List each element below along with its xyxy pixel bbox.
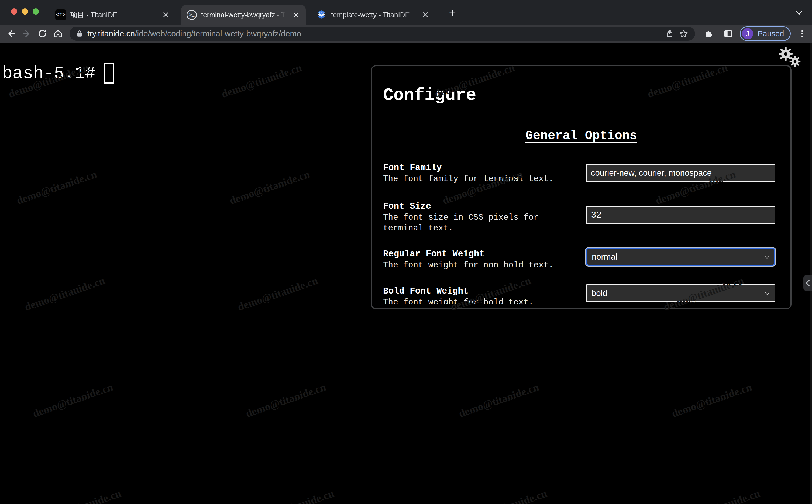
terminal-icon: >_: [187, 10, 197, 20]
font-size-description: The font size in CSS pixels for terminal…: [383, 212, 569, 234]
tab-template-wetty[interactable]: </> template-wetty - TitanIDE: [311, 5, 435, 25]
font-family-input[interactable]: [586, 164, 775, 182]
watermark-text: demo@titanide.cn: [31, 381, 115, 420]
side-panel-icon[interactable]: [720, 26, 736, 42]
tab-search-chevron-icon[interactable]: [792, 7, 806, 19]
section-heading: General Options: [372, 129, 790, 143]
selected-value: bold: [591, 288, 607, 298]
terminal-screen[interactable]: bash-5.1#: [2, 63, 114, 84]
watermark-text: demo@titanide.cn: [236, 274, 319, 313]
terminal-cursor: [104, 63, 114, 84]
tab-close-icon[interactable]: [160, 9, 171, 20]
home-icon[interactable]: [50, 26, 66, 42]
profile-paused-button[interactable]: J Paused: [740, 26, 791, 41]
watermark-text: demo@titanide.cn: [670, 381, 753, 420]
watermark-text: demo@titanide.cn: [228, 168, 311, 207]
titanide-code-icon: <t>: [55, 9, 66, 20]
panel-title: Configure: [383, 86, 476, 105]
terminal-page: bash-5.1#: [0, 43, 812, 504]
new-tab-button[interactable]: +: [445, 6, 459, 20]
right-rail: [810, 43, 812, 504]
share-icon[interactable]: [663, 27, 677, 41]
selected-value: normal: [592, 252, 617, 262]
watermark-text: demo@titanide.cn: [244, 381, 328, 420]
font-size-input[interactable]: [586, 206, 775, 224]
menu-kebab-icon[interactable]: [794, 26, 810, 42]
panel-collapse-button[interactable]: [803, 275, 812, 291]
tab-project-titanide[interactable]: <t> 项目 - TitanIDE: [50, 5, 176, 25]
watermark-text: demo@titanide.cn: [678, 487, 762, 504]
tab-title: 项目 - TitanIDE: [70, 10, 157, 20]
tab-divider: [442, 8, 442, 18]
forward-icon[interactable]: [19, 26, 35, 42]
tab-title: template-wetty - TitanIDE: [331, 11, 417, 19]
close-traffic-icon[interactable]: [11, 8, 17, 15]
bookmark-star-icon[interactable]: [677, 27, 691, 41]
regular-font-weight-label: Regular Font Weight: [383, 248, 569, 260]
minimize-traffic-icon[interactable]: [22, 8, 28, 15]
url-text: try.titanide.cn/ide/web/coding/terminal-…: [87, 29, 663, 38]
extensions-puzzle-icon[interactable]: [701, 26, 717, 42]
font-family-description: The font family for terminal text.: [383, 174, 569, 184]
watermark-text: demo@titanide.cn: [15, 168, 98, 207]
tab-strip: <t> 项目 - TitanIDE >_ terminal-wetty-bwqr…: [0, 0, 812, 25]
lock-icon: [75, 29, 84, 38]
configure-panel: Configure General Options Font Family Th…: [371, 65, 792, 309]
font-size-label: Font Size: [383, 201, 569, 212]
bold-font-weight-description: The font weight for bold text.: [383, 297, 569, 304]
svg-text:</>: </>: [319, 11, 324, 14]
terminal-prompt: bash-5.1#: [2, 64, 95, 83]
font-family-label: Font Family: [383, 162, 569, 174]
select-chevron-icon: [763, 254, 770, 261]
browser-toolbar: try.titanide.cn/ide/web/coding/terminal-…: [0, 25, 812, 43]
bold-font-weight-label: Bold Font Weight: [383, 286, 569, 297]
back-icon[interactable]: [3, 26, 19, 42]
url-path: /ide/web/coding/terminal-wetty-bwqryafz/…: [135, 29, 301, 38]
reload-icon[interactable]: [35, 26, 50, 42]
watermark-text: demo@titanide.cn: [465, 487, 549, 504]
zoom-traffic-icon[interactable]: [33, 8, 39, 15]
url-host: try.titanide.cn: [87, 29, 135, 38]
tab-close-icon[interactable]: [291, 9, 301, 20]
watermark-text: demo@titanide.cn: [220, 61, 303, 101]
chevron-left-icon: [803, 278, 812, 288]
avatar: J: [742, 28, 753, 39]
layers-icon: </>: [316, 9, 327, 20]
address-bar[interactable]: try.titanide.cn/ide/web/coding/terminal-…: [70, 27, 695, 41]
regular-font-weight-description: The font weight for non-bold text.: [383, 260, 569, 271]
tab-close-icon[interactable]: [420, 9, 431, 20]
tab-title: terminal-wetty-bwqryafz - Tita: [201, 11, 287, 19]
watermark-text: demo@titanide.cn: [23, 274, 106, 313]
watermark-text: demo@titanide.cn: [39, 487, 123, 504]
bold-font-weight-select[interactable]: bold: [586, 284, 775, 302]
profile-status-label: Paused: [758, 29, 784, 38]
watermark-text: demo@titanide.cn: [252, 487, 336, 504]
regular-font-weight-select[interactable]: normal: [586, 248, 775, 266]
select-chevron-icon: [764, 290, 771, 297]
watermark-text: demo@titanide.cn: [457, 381, 541, 420]
tab-terminal-wetty[interactable]: >_ terminal-wetty-bwqryafz - Tita: [181, 5, 306, 25]
